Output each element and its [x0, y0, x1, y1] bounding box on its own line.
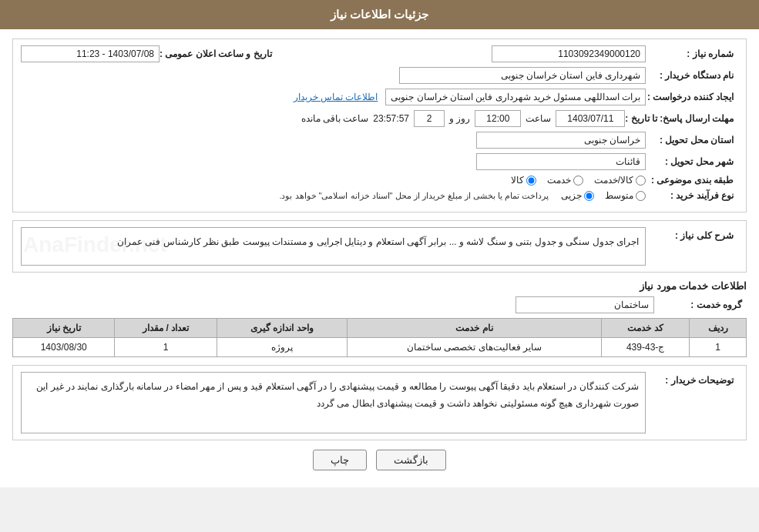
delivery-city-value: قائنات [476, 153, 646, 170]
category-option-khedmat[interactable]: خدمت [547, 175, 583, 186]
description-box: اجرای جدول سنگی و جدول بتنی و سنگ لاشه و… [21, 227, 646, 266]
response-time-label: ساعت [526, 113, 551, 124]
category-label-kala-khedmat: کالا/خدمت [594, 175, 633, 186]
content-area: شماره نیاز : 1103092349000120 تاریخ و سا… [0, 29, 759, 487]
col-header-row: ردیف [690, 319, 747, 338]
process-option-motavaset[interactable]: متوسط [605, 190, 646, 201]
process-label: نوع فرآیند خرید : [646, 190, 738, 201]
description-section: شرح کلی نیاز : اجرای جدول سنگی و جدول بت… [12, 220, 747, 273]
page-header: جزئیات اطلاعات نیاز [0, 0, 759, 29]
delivery-province-label: استان محل تحویل : [646, 135, 738, 146]
response-time: 12:00 [475, 110, 521, 127]
services-section: اطلاعات خدمات مورد نیاز گروه خدمت : ساخت… [12, 280, 747, 357]
process-radio-motavaset[interactable] [636, 191, 646, 201]
category-radio-khedmat[interactable] [573, 176, 583, 186]
process-radio-group: متوسط جزیی [561, 190, 646, 201]
row-need-number: شماره نیاز : 1103092349000120 تاریخ و سا… [21, 45, 738, 62]
print-button[interactable]: چاپ [313, 450, 367, 470]
category-option-kala[interactable]: کالا [511, 175, 536, 186]
col-header-count: تعداد / مقدار [115, 319, 217, 338]
row-service-group: گروه خدمت : ساختمان [12, 296, 747, 313]
buyer-notes-row: توضیحات خریدار : شرکت کنندگان در استعلام… [21, 372, 738, 433]
services-table: ردیف کد خدمت نام خدمت واحد اندازه گیری ت… [12, 318, 747, 357]
buyer-notes-label: توضیحات خریدار : [646, 372, 738, 386]
col-header-date: تاریخ نیاز [13, 319, 115, 338]
row-delivery-province: استان محل تحویل : خراسان جنوبی [21, 132, 738, 149]
services-section-title: اطلاعات خدمات مورد نیاز [12, 280, 747, 292]
category-option-kala-khedmat[interactable]: کالا/خدمت [594, 175, 646, 186]
category-label-khedmat: خدمت [547, 175, 571, 186]
buttons-row: بازگشت چاپ [12, 450, 747, 478]
response-deadline-label: مهلت ارسال پاسخ: تا تاریخ : [625, 113, 738, 124]
table-cell-date: 1403/08/30 [13, 338, 115, 357]
category-radio-kala-khedmat[interactable] [636, 176, 646, 186]
service-group-value: ساختمان [516, 296, 654, 313]
buyer-notes-value: شرکت کنندگان در استعلام باید دقیقا آگهی … [21, 372, 646, 433]
process-label-jozii: جزیی [561, 190, 582, 201]
category-radio-group: کالا/خدمت خدمت کالا [511, 175, 646, 186]
row-creator: ایجاد کننده درخواست : برات اسداللهی مسئو… [21, 89, 738, 105]
back-button[interactable]: بازگشت [376, 450, 446, 470]
creator-contact-link[interactable]: اطلاعات تماس خریدار [294, 92, 378, 102]
row-delivery-city: شهر محل تحویل : قائنات [21, 153, 738, 170]
row-category: طبقه بندی موضوعی : کالا/خدمت خدمت کالا [21, 175, 738, 186]
description-row: شرح کلی نیاز : اجرای جدول سنگی و جدول بت… [21, 227, 738, 266]
need-number-value: 1103092349000120 [492, 45, 646, 62]
services-table-body: 1ج-43-439سایر فعالیت‌های تخصصی ساختمانپر… [13, 338, 747, 357]
service-group-label: گروه خدمت : [654, 299, 747, 310]
creator-label: ایجاد کننده درخواست : [646, 92, 738, 102]
page-title: جزئیات اطلاعات نیاز [331, 8, 428, 21]
table-cell-count: 1 [115, 338, 217, 357]
buyer-notes-section: توضیحات خریدار : شرکت کنندگان در استعلام… [12, 365, 747, 440]
process-option-jozii[interactable]: جزیی [561, 190, 594, 201]
description-label: شرح کلی نیاز : [646, 227, 738, 241]
delivery-city-label: شهر محل تحویل : [646, 156, 738, 167]
need-number-label: شماره نیاز : [646, 49, 738, 59]
category-label-kala: کالا [511, 175, 524, 186]
row-buyer-org: نام دستگاه خریدار : شهرداری فاین استان خ… [21, 67, 738, 84]
process-radio-jozii[interactable] [584, 191, 594, 201]
response-remaining-label: ساعت باقی مانده [301, 113, 369, 124]
table-row: 1ج-43-439سایر فعالیت‌های تخصصی ساختمانپر… [13, 338, 747, 357]
process-label-motavaset: متوسط [605, 190, 633, 201]
process-note: پرداخت تمام یا بخشی از مبلغ خریدار از مح… [21, 191, 549, 201]
col-header-code: کد خدمت [602, 319, 690, 338]
creator-value: برات اسداللهی مسئول خرید شهرداری فاین اس… [385, 89, 646, 105]
table-cell-name: سایر فعالیت‌های تخصصی ساختمان [348, 338, 602, 357]
services-table-header-row: ردیف کد خدمت نام خدمت واحد اندازه گیری ت… [13, 319, 747, 338]
buyer-org-label: نام دستگاه خریدار : [646, 70, 738, 81]
services-table-head: ردیف کد خدمت نام خدمت واحد اندازه گیری ت… [13, 319, 747, 338]
main-form-section: شماره نیاز : 1103092349000120 تاریخ و سا… [12, 38, 747, 212]
buyer-org-value: شهرداری فاین استان خراسان جنوبی [399, 67, 646, 84]
table-cell-code: ج-43-439 [602, 338, 690, 357]
page-wrapper: جزئیات اطلاعات نیاز شماره نیاز : 1103092… [0, 0, 759, 487]
delivery-province-value: خراسان جنوبی [476, 132, 646, 149]
response-days-label: روز و [449, 113, 470, 124]
table-cell-unit: پروژه [217, 338, 348, 357]
announcement-date-label: تاریخ و ساعت اعلان عمومی : [160, 49, 277, 59]
category-radio-kala[interactable] [526, 176, 536, 186]
category-label: طبقه بندی موضوعی : [646, 175, 738, 186]
col-header-name: نام خدمت [348, 319, 602, 338]
response-remaining: 23:57:57 [373, 113, 409, 124]
col-header-unit: واحد اندازه گیری [217, 319, 348, 338]
response-date: 1403/07/11 [556, 110, 625, 127]
table-cell-row: 1 [690, 338, 747, 357]
description-value: اجرای جدول سنگی و جدول بتنی و سنگ لاشه و… [117, 236, 639, 247]
announcement-date-value: 1403/07/08 - 11:23 [21, 45, 160, 62]
row-response-deadline: مهلت ارسال پاسخ: تا تاریخ : 1403/07/11 س… [21, 110, 738, 127]
row-process-type: نوع فرآیند خرید : متوسط جزیی پرداخت تمام… [21, 190, 738, 201]
response-days: 2 [414, 110, 445, 127]
